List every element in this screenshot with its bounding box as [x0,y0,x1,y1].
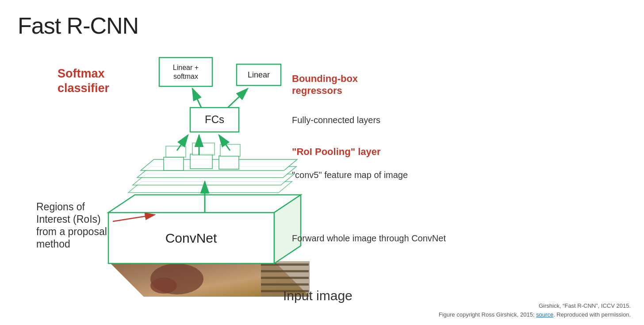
svg-text:Softmax: Softmax [58,67,105,80]
svg-text:regressors: regressors [292,85,342,96]
svg-text:FCs: FCs [205,113,224,125]
svg-text:"RoI Pooling" layer: "RoI Pooling" layer [292,146,381,157]
citation-line2: Figure copyright Ross Girshick, 2015; so… [439,310,631,319]
svg-rect-34 [159,58,212,86]
svg-text:classifier: classifier [58,81,110,95]
citation-suffix: . Reproduced with permission. [553,311,631,318]
svg-line-33 [228,89,248,108]
citation-prefix: Figure copyright Ross Girshick, 2015; [439,311,536,318]
citation: Girshick, “Fast R-CNN”, ICCV 2015. Figur… [439,302,631,319]
svg-rect-22 [219,156,239,169]
svg-text:Linear: Linear [248,70,270,79]
svg-text:method: method [36,238,70,250]
svg-rect-20 [164,157,184,170]
svg-text:Bounding-box: Bounding-box [292,73,358,84]
svg-point-5 [150,278,177,294]
svg-text:Linear +: Linear + [173,64,199,71]
svg-text:softmax: softmax [173,73,198,80]
svg-rect-21 [190,154,212,169]
svg-line-32 [192,89,201,108]
svg-text:"conv5" feature map of image: "conv5" feature map of image [292,170,408,180]
diagram: ConvNet FCs [27,44,469,319]
svg-rect-24 [192,143,215,155]
citation-line1: Girshick, “Fast R-CNN”, ICCV 2015. [439,302,631,310]
page-title: Fast R-CNN [18,12,138,39]
svg-text:from a proposal: from a proposal [36,226,107,237]
svg-text:Input image: Input image [283,288,353,303]
svg-text:Regions of: Regions of [36,201,85,213]
svg-rect-10 [261,283,309,286]
svg-rect-8 [261,270,309,272]
svg-rect-23 [166,146,186,157]
svg-text:Forward whole image through Co: Forward whole image through ConvNet [292,233,446,243]
citation-source-link[interactable]: source [536,311,553,318]
svg-text:Interest (RoIs): Interest (RoIs) [36,213,101,225]
svg-text:Fully-connected layers: Fully-connected layers [292,115,380,125]
svg-rect-9 [261,277,309,279]
svg-text:ConvNet: ConvNet [165,231,217,245]
